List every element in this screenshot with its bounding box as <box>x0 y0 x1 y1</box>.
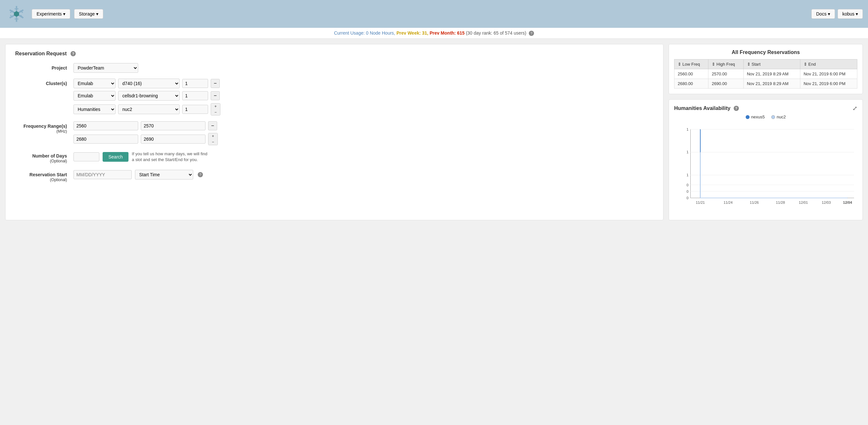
freq-high-1[interactable] <box>141 121 206 130</box>
experiments-button[interactable]: Experiments ▾ <box>32 9 70 19</box>
docs-button[interactable]: Docs ▾ <box>811 9 835 19</box>
days-row: Number of Days (Optional) Search If you … <box>15 151 653 164</box>
storage-chevron-icon: ▾ <box>96 11 98 17</box>
project-select[interactable]: PowderTeam <box>73 63 138 73</box>
app-logo <box>5 3 28 25</box>
app-header: Experiments ▾ Storage ▾ Docs ▾ kobus ▾ <box>0 0 868 28</box>
nuc2-dot <box>771 115 775 119</box>
freq-sublabel-text: (MHz) <box>15 129 67 134</box>
days-input-row: Search If you tell us how many days, we … <box>73 151 653 163</box>
cell-high: 2570.00 <box>708 69 744 79</box>
count-input-3[interactable] <box>182 105 208 114</box>
reservation-title-text: Reservation Request <box>15 51 67 57</box>
header-left: Experiments ▾ Storage ▾ <box>5 3 103 25</box>
plus-icon[interactable]: + <box>211 103 220 109</box>
count-input-1[interactable] <box>182 79 208 88</box>
header-right: Docs ▾ kobus ▾ <box>811 9 863 19</box>
col-end[interactable]: ⇕ End <box>800 60 857 69</box>
start-row: Reservation Start (Optional) Start Time … <box>15 170 653 183</box>
freq-row-1: − <box>73 121 653 130</box>
col-high-freq[interactable]: ⇕ High Freq <box>708 60 744 69</box>
experiments-chevron-icon: ▾ <box>63 11 65 17</box>
project-row: Project PowderTeam <box>15 63 653 73</box>
days-label-text: Number of Days <box>32 153 67 159</box>
usage-info-icon[interactable]: ? <box>529 31 534 36</box>
days-label: Number of Days (Optional) <box>15 151 73 164</box>
right-panel: All Frequency Reservations ⇕ Low Freq ⇕ … <box>669 44 863 220</box>
cell-start: Nov 21, 2019 8:29 AM <box>743 79 800 89</box>
count-input-2[interactable] <box>182 91 208 100</box>
cluster-row-2: Emulab cellsdr1-browning − <box>73 91 653 101</box>
user-button[interactable]: kobus ▾ <box>838 9 863 19</box>
col-low-freq[interactable]: ⇕ Low Freq <box>675 60 708 69</box>
minus-icon[interactable]: − <box>211 109 220 115</box>
start-date-input[interactable] <box>73 170 132 179</box>
availability-chart: 1 1 1 0 0 0 <box>674 123 857 214</box>
cluster-select-3[interactable]: Humanities <box>73 104 116 114</box>
freq-high-2[interactable] <box>141 135 206 143</box>
svg-text:11/24: 11/24 <box>724 200 733 204</box>
start-time-select[interactable]: Start Time <box>135 170 193 179</box>
svg-marker-9 <box>14 11 19 17</box>
reservation-info-icon[interactable]: ? <box>70 51 76 56</box>
freq-row-2: + − <box>73 133 653 145</box>
add-remove-cluster-3[interactable]: + − <box>211 103 220 116</box>
cell-low: 2560.00 <box>675 69 708 79</box>
cluster-row-1: Emulab d740 (16) − <box>73 78 653 88</box>
user-chevron-icon: ▾ <box>856 11 858 17</box>
freq-plus-icon[interactable]: + <box>209 133 217 139</box>
legend-nuc2: nuc2 <box>771 115 786 119</box>
cluster-select-1[interactable]: Emulab <box>73 78 116 88</box>
freq-table: ⇕ Low Freq ⇕ High Freq ⇕ Start ⇕ End 256… <box>674 59 857 89</box>
freq-controls: − + − <box>73 121 653 145</box>
frequency-row: Frequency Range(s) (MHz) − + − <box>15 121 653 145</box>
svg-text:11/26: 11/26 <box>750 200 759 204</box>
cell-end: Nov 21, 2019 6:00 PM <box>800 79 857 89</box>
cell-end: Nov 21, 2019 6:00 PM <box>800 69 857 79</box>
nexus5-dot <box>746 115 749 119</box>
freq-table-panel: All Frequency Reservations ⇕ Low Freq ⇕ … <box>669 44 863 94</box>
cluster-row-3: Humanities nuc2 + − <box>73 103 653 116</box>
chart-info-icon[interactable]: ? <box>734 106 739 111</box>
start-info-icon[interactable]: ? <box>198 172 203 177</box>
remove-cluster-2-button[interactable]: − <box>211 91 220 100</box>
days-input[interactable] <box>73 152 99 161</box>
chart-legend: nexus5 nuc2 <box>674 115 857 119</box>
chart-header: Humanities Availability ? ⤢ <box>674 105 857 112</box>
reservation-title: Reservation Request ? <box>15 51 653 57</box>
freq-low-2[interactable] <box>73 135 138 143</box>
svg-text:0: 0 <box>686 183 688 187</box>
freq-low-1[interactable] <box>73 121 138 130</box>
reservation-panel: Reservation Request ? Project PowderTeam… <box>5 44 663 220</box>
svg-text:11/21: 11/21 <box>696 200 705 204</box>
docs-chevron-icon: ▾ <box>828 11 830 17</box>
svg-text:12/01: 12/01 <box>799 200 808 204</box>
cluster-select-2[interactable]: Emulab <box>73 91 116 101</box>
start-input-row: Start Time ? <box>73 170 653 179</box>
node-select-1[interactable]: d740 (16) <box>118 78 180 88</box>
node-select-2[interactable]: cellsdr1-browning <box>118 91 180 101</box>
svg-text:1: 1 <box>686 173 688 177</box>
add-remove-freq-2[interactable]: + − <box>208 133 218 145</box>
remove-freq-1-button[interactable]: − <box>208 121 217 130</box>
svg-text:0: 0 <box>686 190 688 193</box>
cluster-controls: Emulab d740 (16) − Emulab cellsdr1-brown… <box>73 78 653 116</box>
col-start[interactable]: ⇕ Start <box>743 60 800 69</box>
storage-button[interactable]: Storage ▾ <box>74 9 103 19</box>
project-label: Project <box>15 63 73 71</box>
usage-link[interactable]: Current Usage: 0 Node Hours, <box>334 30 397 36</box>
experiments-label: Experiments <box>37 11 62 17</box>
svg-text:12/03: 12/03 <box>822 200 831 204</box>
svg-text:12/04: 12/04 <box>843 200 852 204</box>
cluster-label: Cluster(s) <box>15 78 73 86</box>
cell-start: Nov 21, 2019 8:29 AM <box>743 69 800 79</box>
clusters-row: Cluster(s) Emulab d740 (16) − Emul <box>15 78 653 116</box>
node-select-3[interactable]: nuc2 <box>118 104 180 114</box>
days-hint: If you tell us how many days, we will fi… <box>132 151 207 163</box>
expand-icon[interactable]: ⤢ <box>852 105 857 112</box>
remove-cluster-1-button[interactable]: − <box>211 79 220 88</box>
search-button[interactable]: Search <box>102 152 128 162</box>
freq-minus-icon[interactable]: − <box>209 139 217 145</box>
usage-prefix: Current Usage: 0 Node Hours, <box>334 30 395 36</box>
chart-title: Humanities Availability ? <box>674 105 739 111</box>
